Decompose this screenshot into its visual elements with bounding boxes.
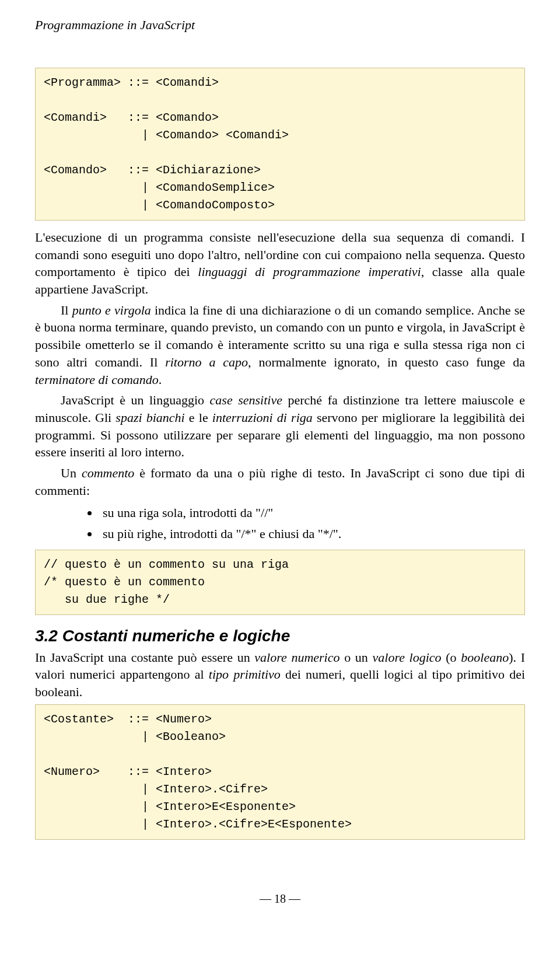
term-imperative-languages: linguaggi di programmazione imperativi — [198, 264, 421, 279]
section-heading-3-2: 3.2 Costanti numeriche e logiche — [35, 627, 525, 645]
text: , normalmente ignorato, in questo caso f… — [248, 355, 525, 369]
text: In JavaScript una costante può essere un — [35, 650, 254, 665]
term-newline: ritorno a capo — [165, 355, 248, 369]
running-title: Programmazione in JavaScript — [35, 18, 525, 33]
page-number: — 18 — — [35, 892, 525, 906]
code-block-grammar-costante: <Costante> ::= <Numero> | <Booleano> <Nu… — [35, 704, 525, 840]
text: Il — [61, 303, 72, 317]
term-whitespace: spazi bianchi — [116, 410, 184, 425]
text: Un — [61, 466, 82, 480]
paragraph-semicolon: Il punto e virgola indica la fine di una… — [35, 302, 525, 388]
code-block-comment-example: // questo è un commento su una riga /* q… — [35, 550, 525, 615]
list-item: su più righe, introdotti da "/*" e chius… — [99, 523, 525, 544]
text: (o — [442, 650, 461, 665]
term-logical-value: valore logico — [373, 650, 442, 665]
comment-types-list: su una riga sola, introdotti da "//" su … — [35, 502, 525, 543]
paragraph-constants: In JavaScript una costante può essere un… — [35, 649, 525, 701]
term-line-breaks: interruzioni di riga — [212, 410, 313, 425]
term-boolean: booleano — [461, 650, 509, 665]
text: . — [159, 372, 162, 387]
paragraph-comments: Un commento è formato da una o più righe… — [35, 464, 525, 499]
term-command-terminator: terminatore di comando — [35, 372, 159, 387]
term-comment: commento — [82, 466, 134, 480]
term-semicolon: punto e virgola — [72, 303, 151, 317]
paragraph-case-sensitive: JavaScript è un linguaggio case sensitiv… — [35, 392, 525, 461]
list-item: su una riga sola, introdotti da "//" — [99, 502, 525, 523]
text: JavaScript è un linguaggio — [61, 393, 210, 407]
text: e le — [185, 410, 212, 425]
term-primitive-type: tipo primitivo — [209, 667, 281, 682]
paragraph-execution: L'esecuzione di un programma consiste ne… — [35, 229, 525, 298]
text: o un — [340, 650, 372, 665]
code-block-grammar-comandi: <Programma> ::= <Comandi> <Comandi> ::= … — [35, 68, 525, 221]
term-case-sensitive: case sensitive — [210, 393, 282, 407]
term-numeric-value: valore numerico — [254, 650, 340, 665]
